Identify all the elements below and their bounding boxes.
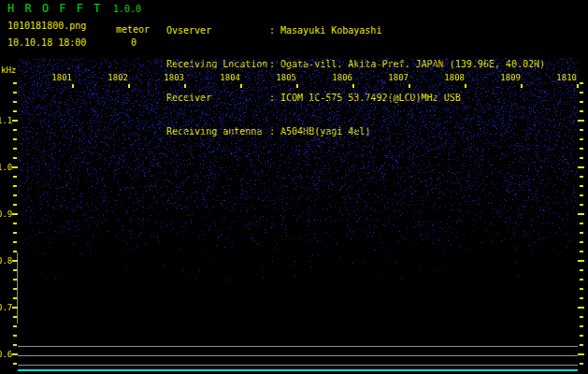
y-minor-tick-right: [580, 335, 583, 337]
y-minor-tick-right: [580, 204, 583, 206]
y-minor-tick-left: [13, 223, 17, 224]
y-minor-tick-right: [580, 325, 583, 327]
y-major-tick-left: [12, 353, 18, 355]
x-axis-tick-label: 1809: [499, 73, 521, 83]
y-minor-tick-right: [580, 185, 583, 187]
y-minor-tick-right: [580, 223, 583, 224]
y-minor-tick-left: [13, 288, 17, 290]
y-axis-unit-label: kHz: [1, 65, 16, 75]
info-value: : Masayuki Kobayashi: [269, 25, 381, 36]
y-minor-tick-left: [13, 344, 17, 346]
x-axis-tick-label: 1806: [331, 73, 352, 83]
y-minor-tick-left: [13, 335, 17, 337]
level-reference-line-1: [18, 346, 578, 347]
y-major-tick-right: [578, 213, 584, 215]
y-minor-tick-left: [13, 176, 17, 178]
x-minute-tick: [128, 84, 130, 88]
y-minor-tick-left: [13, 194, 17, 196]
x-axis-tick-label: 1808: [443, 73, 465, 83]
y-major-tick-left: [12, 166, 18, 168]
x-axis-tick-label: 1802: [107, 73, 128, 83]
y-minor-tick-left: [13, 241, 17, 243]
level-reference-line-3: [18, 365, 578, 366]
x-minute-tick: [577, 84, 579, 88]
signal-level-trace: [18, 369, 578, 371]
y-minor-tick-right: [580, 363, 583, 365]
y-minor-tick-right: [580, 101, 583, 103]
y-minor-tick-right: [580, 288, 583, 290]
x-axis-tick-label: 1801: [50, 73, 72, 83]
y-major-tick-right: [578, 166, 584, 168]
x-axis-tick-label: 1807: [387, 73, 409, 83]
y-major-tick-left: [12, 307, 18, 309]
y-minor-tick-left: [13, 269, 17, 271]
y-minor-tick-left: [13, 110, 17, 112]
y-axis-tick-label: 1.0: [0, 162, 12, 173]
y-minor-tick-left: [13, 185, 17, 187]
observation-mode: meteor: [116, 24, 150, 35]
y-minor-tick-right: [580, 269, 583, 271]
y-minor-tick-right: [580, 251, 583, 252]
y-minor-tick-right: [580, 92, 583, 94]
x-minute-tick: [352, 84, 354, 88]
y-major-tick-left: [12, 260, 18, 262]
x-minute-tick: [72, 84, 74, 88]
app-title: H R O F F T: [7, 2, 102, 15]
y-axis-tick-label: 0.6: [0, 349, 12, 360]
y-minor-tick-right: [580, 129, 583, 131]
output-filename: 1010181800.png: [7, 21, 86, 31]
x-axis-tick-label: 1810: [555, 73, 577, 83]
y-axis-tick-label: 0.8: [0, 255, 12, 266]
station-info-row-observer: Ovserver : Masayuki Kobayashi: [166, 25, 545, 36]
x-minute-tick: [240, 84, 242, 88]
y-minor-tick-left: [13, 297, 17, 299]
y-major-tick-right: [578, 307, 584, 309]
y-major-tick-right: [578, 353, 584, 355]
x-axis-tick-label: 1805: [275, 73, 296, 83]
level-reference-line-2: [18, 355, 578, 356]
y-minor-tick-left: [13, 92, 17, 94]
y-minor-tick-right: [580, 316, 583, 318]
y-minor-tick-left: [13, 101, 17, 103]
y-minor-tick-left: [13, 316, 17, 318]
y-axis-tick-label: 1.1: [0, 115, 12, 126]
y-minor-tick-left: [13, 279, 17, 280]
y-minor-tick-right: [580, 297, 583, 299]
left-axis-segment-line: [17, 252, 18, 324]
y-minor-tick-left: [13, 363, 17, 365]
y-minor-tick-right: [580, 157, 583, 159]
y-major-tick-left: [12, 120, 18, 122]
y-minor-tick-left: [13, 157, 17, 159]
x-axis-tick-label: 1803: [163, 73, 184, 83]
x-minute-tick: [409, 84, 410, 88]
y-minor-tick-left: [13, 251, 17, 252]
spectrogram-noise-canvas: [18, 58, 578, 327]
x-minute-tick: [465, 84, 466, 88]
y-axis-tick-label: 0.7: [0, 302, 12, 313]
y-minor-tick-right: [580, 232, 583, 234]
y-minor-tick-left: [13, 232, 17, 234]
x-minute-tick: [184, 84, 186, 88]
y-minor-tick-right: [580, 110, 583, 112]
app-version: 1.0.0: [113, 4, 141, 14]
observation-datetime: 10.10.18 18:00: [7, 37, 86, 48]
x-minute-tick: [521, 84, 523, 88]
y-minor-tick-left: [13, 138, 17, 140]
y-axis-tick-label: 0.9: [0, 209, 12, 220]
hrofft-output: H R O F F T 1.0.0 1010181800.png meteor …: [0, 0, 588, 374]
y-minor-tick-right: [580, 194, 583, 196]
y-minor-tick-right: [580, 241, 583, 243]
y-major-tick-right: [578, 260, 584, 262]
info-label: Ovserver: [166, 25, 269, 36]
y-minor-tick-left: [13, 204, 17, 206]
x-axis-tick-label: 1804: [219, 73, 240, 83]
y-major-tick-left: [12, 213, 18, 215]
y-minor-tick-right: [580, 344, 583, 346]
y-minor-tick-right: [580, 176, 583, 178]
x-minute-tick: [296, 84, 298, 88]
y-minor-tick-right: [580, 148, 583, 150]
y-minor-tick-left: [13, 82, 17, 84]
y-minor-tick-left: [13, 148, 17, 150]
y-minor-tick-left: [13, 129, 17, 131]
y-major-tick-right: [578, 120, 584, 122]
